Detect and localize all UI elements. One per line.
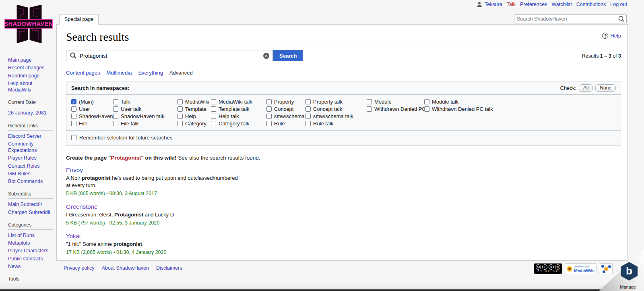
sidebar-section: General LinksDiscord ServerCommunity Exp… <box>8 123 56 185</box>
namespace-checkbox-smw-schema-talk[interactable] <box>305 114 311 119</box>
tab-special-page[interactable]: Special page <box>59 14 99 25</box>
namespace-checkbox-category[interactable] <box>178 121 183 126</box>
sidebar-item-random-page[interactable]: Random page <box>8 73 53 79</box>
sidebar-section-list: Main SubredditChargen Subreddit <box>8 201 56 216</box>
namespace-checkbox-template[interactable] <box>178 106 183 112</box>
sidebar-section: Main pageRecent changesRandom pageHelp a… <box>8 57 56 93</box>
namespace-checkbox-withdrawn-denied-pc[interactable] <box>367 106 372 112</box>
namespace-checkbox-shadowhaven-talk[interactable] <box>113 114 118 119</box>
namespace-checkbox-module-talk[interactable] <box>424 99 429 104</box>
sidebar-item-main-page[interactable]: Main page <box>8 57 53 63</box>
personal-link-teksura[interactable]: Teksura <box>485 2 502 7</box>
namespace-option: File talk <box>113 120 178 127</box>
result-title-greenstone[interactable]: Greenstone <box>66 203 97 210</box>
namespace-checkbox-help-talk[interactable] <box>211 114 216 119</box>
personal-link-log-out[interactable]: Log out <box>610 2 627 7</box>
help-icon: ? <box>602 33 608 39</box>
create-page-line: Create the page "Protagonist" on this wi… <box>66 155 621 161</box>
sidebar-item-player-rules[interactable]: Player Rules <box>8 155 53 161</box>
namespace-checkbox-template-talk[interactable] <box>211 106 216 112</box>
powered-by-mediawiki-badge[interactable]: Powered By MediaWiki <box>565 263 597 274</box>
check-none-button[interactable]: None <box>595 84 616 92</box>
personal-link-watchlist[interactable]: Watchlist <box>551 2 572 7</box>
namespace-label: Rule talk <box>313 121 334 127</box>
profile-tab-content-pages[interactable]: Content pages <box>66 70 100 78</box>
namespace-checkbox--main-[interactable]: ✓ <box>71 99 76 104</box>
sidebar-item-26-january-2081[interactable]: 26 January, 2081 <box>8 110 53 116</box>
profile-tab-everything[interactable]: Everything <box>138 70 163 78</box>
site-search-input[interactable] <box>514 16 618 22</box>
search-profile-tabs: Content pagesMultimediaEverythingAdvance… <box>66 70 621 78</box>
search-query-input[interactable] <box>80 53 263 59</box>
site-search-icon[interactable] <box>618 15 625 23</box>
namespace-option: Template talk <box>211 105 266 112</box>
namespace-checkbox-user[interactable] <box>71 106 76 112</box>
sidebar-item-gm-rules[interactable]: GM Rules <box>8 170 53 177</box>
search-box: ✕ <box>66 50 273 61</box>
sidebar-item-news[interactable]: News <box>8 263 53 270</box>
bottom-strip <box>0 289 644 291</box>
footer-link-about-shadowhaven[interactable]: About ShadowHaven <box>101 265 149 271</box>
sidebar-item-bot-commands[interactable]: Bot Commands <box>8 178 53 185</box>
namespace-checkbox-concept[interactable] <box>266 106 272 112</box>
namespace-checkbox-concept-talk[interactable] <box>305 106 311 112</box>
namespace-checkbox-rule[interactable] <box>266 121 272 126</box>
namespace-label: Concept <box>274 106 293 112</box>
cc-license-badge[interactable]: cci$↻ BY NC SA <box>534 263 562 274</box>
namespaces-panel: Search in namespaces: Check: All None ✓(… <box>66 81 621 146</box>
namespace-option: smw/schema talk <box>305 112 367 120</box>
footer-links: Privacy policyAbout ShadowHavenDisclaime… <box>64 265 182 271</box>
text-run: and Lucky D <box>143 212 174 218</box>
sidebar-item-help-about-mediawiki[interactable]: Help about MediaWiki <box>8 80 53 94</box>
personal-link-contributions[interactable]: Contributions <box>576 2 606 7</box>
namespace-checkbox-withdrawn-denied-pc-talk[interactable] <box>424 106 429 112</box>
text-run: Create the page " <box>66 155 111 161</box>
namespace-checkbox-module[interactable] <box>367 99 372 104</box>
sidebar-item-list-of-runs[interactable]: List of Runs <box>8 232 53 239</box>
personal-link-talk[interactable]: Talk <box>507 2 516 7</box>
sidebar-item-contact-rules[interactable]: Contact Rules <box>8 163 53 169</box>
sidebar-item-recent-changes[interactable]: Recent changes <box>8 64 53 71</box>
sidebar-item-player-characters[interactable]: Player Characters <box>8 247 53 254</box>
namespace-option: Talk <box>113 98 178 105</box>
remember-checkbox[interactable] <box>71 135 76 140</box>
result-title-yokai[interactable]: Yokai <box>66 233 80 239</box>
sidebar-item-discord-server[interactable]: Discord Server <box>8 133 53 139</box>
namespace-checkbox-property[interactable] <box>266 99 272 104</box>
sidebar-item-public-contacts[interactable]: Public Contacts <box>8 256 53 262</box>
footer-link-privacy-policy[interactable]: Privacy policy <box>64 265 94 271</box>
namespace-checkbox-user-talk[interactable] <box>113 106 118 112</box>
namespace-checkbox-rule-talk[interactable] <box>305 121 311 126</box>
namespace-checkbox-category-talk[interactable] <box>211 121 216 126</box>
sunflower-icon <box>567 266 572 272</box>
clear-search-icon[interactable]: ✕ <box>263 53 269 59</box>
footer-link-disclaimers[interactable]: Disclaimers <box>156 265 182 271</box>
namespace-checkbox-talk[interactable] <box>113 99 118 104</box>
manage-label[interactable]: Manage <box>620 285 636 289</box>
namespace-option: ✓(Main) <box>71 98 113 105</box>
namespace-checkbox-help[interactable] <box>178 114 183 119</box>
bottom-gradient <box>0 282 644 289</box>
sidebar-item-main-subreddit[interactable]: Main Subreddit <box>8 201 53 208</box>
namespace-checkbox-shadowhaven[interactable] <box>71 114 76 119</box>
wiki-logo[interactable]: SHADOWHAVEN <box>4 2 53 46</box>
result-snippet: I Greaseman, Geist, Protagonist and Luck… <box>66 211 243 218</box>
namespace-checkbox-smw-schema[interactable] <box>266 114 272 119</box>
sidebar-item-metaplots[interactable]: Metaplots <box>8 240 53 246</box>
sidebar-item-community-expectations[interactable]: Community Expectations <box>8 141 53 154</box>
sidebar-item-chargen-subreddit[interactable]: Chargen Subreddit <box>8 209 53 216</box>
profile-tab-advanced[interactable]: Advanced <box>169 70 193 78</box>
help-link[interactable]: ? Help <box>602 33 621 39</box>
result-title-envoy[interactable]: Envoy <box>66 166 83 173</box>
namespace-checkbox-mediawiki-talk[interactable] <box>211 99 216 104</box>
check-all-button[interactable]: All <box>579 84 593 92</box>
profile-tab-multimedia[interactable]: Multimedia <box>107 70 132 78</box>
namespace-column: PropertyConceptsmw/schemaRule <box>266 98 305 127</box>
namespace-checkbox-property-talk[interactable] <box>305 99 311 104</box>
personal-link-preferences[interactable]: Preferences <box>520 2 547 7</box>
namespace-checkbox-mediawiki[interactable] <box>178 99 183 104</box>
search-button[interactable]: Search <box>273 50 303 61</box>
search-form: ✕ Search Results 1 – 3 of 3 <box>66 50 621 61</box>
namespace-checkbox-file[interactable] <box>71 121 76 126</box>
namespace-checkbox-file-talk[interactable] <box>113 121 118 126</box>
